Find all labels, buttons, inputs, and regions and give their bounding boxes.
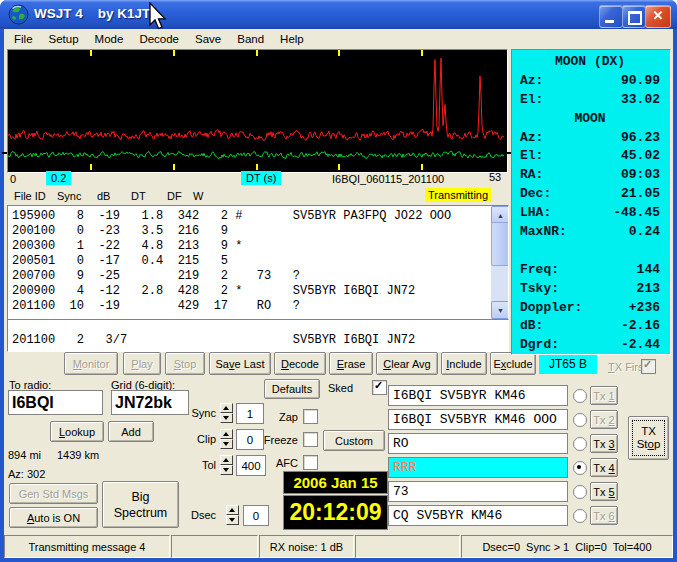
- decoded-row[interactable]: 200700 9 -25 219 2 73 ?: [12, 269, 491, 284]
- auto-button[interactable]: Auto is ON: [9, 507, 98, 528]
- sync-spinner[interactable]: [220, 403, 233, 423]
- sync-up-icon[interactable]: [220, 403, 233, 413]
- tx-first-checkbox[interactable]: [641, 359, 656, 374]
- to-radio-input[interactable]: [8, 390, 103, 415]
- maximize-button[interactable]: [622, 5, 646, 28]
- tx-select-radio[interactable]: [573, 437, 587, 451]
- tx-message-field[interactable]: RO: [388, 433, 568, 454]
- decoded-row[interactable]: 200501 0 -17 0.4 215 5: [12, 254, 491, 269]
- minimize-button[interactable]: [599, 5, 623, 28]
- moon-row-label: Dgrd:: [520, 335, 559, 354]
- distance-km: 1439 km: [57, 449, 99, 461]
- tx-row: CQ SV5BYR KM46 Tx 6: [388, 505, 670, 526]
- col-w: W: [193, 190, 203, 202]
- tx-select-radio[interactable]: [573, 509, 587, 523]
- moon-row-label: Doppler:: [520, 298, 582, 317]
- moon-row-label: El:: [520, 90, 543, 109]
- tx-message-field[interactable]: RRR: [388, 457, 568, 478]
- dsec-up-icon[interactable]: [226, 505, 239, 515]
- afc-label: AFC: [252, 457, 298, 469]
- menu-item[interactable]: Mode: [87, 31, 132, 47]
- tx-send-button[interactable]: Tx 1: [590, 386, 618, 405]
- window-title: WSJT 4 by K1JT: [34, 6, 150, 21]
- include-button[interactable]: Include: [441, 352, 487, 375]
- tx-message-field[interactable]: I6BQI SV5BYR KM46 OOO: [388, 409, 568, 430]
- tx-message-field[interactable]: CQ SV5BYR KM46: [388, 505, 568, 526]
- freeze-checkbox[interactable]: [303, 432, 318, 447]
- zap-checkbox[interactable]: [303, 409, 318, 424]
- tx-message-field[interactable]: 73: [388, 481, 568, 502]
- transmitting-badge: Transmitting: [425, 188, 491, 202]
- menu-item[interactable]: Band: [229, 31, 272, 47]
- azimuth-label: Az: 302: [8, 468, 45, 480]
- erase-button[interactable]: Erase: [329, 352, 373, 375]
- decode-button[interactable]: Decode: [274, 352, 326, 375]
- tx-stop-button[interactable]: TX Stop: [628, 416, 669, 460]
- add-button[interactable]: Add: [108, 421, 154, 442]
- tx-stop-line2: Stop: [637, 438, 661, 451]
- scroll-thumb[interactable]: [491, 222, 509, 266]
- close-button[interactable]: ✕: [645, 5, 671, 28]
- menu-item[interactable]: Save: [187, 31, 229, 47]
- moon-row-heading: [567, 222, 629, 241]
- tx-select-radio[interactable]: [573, 461, 587, 475]
- dsec-down-icon[interactable]: [226, 515, 239, 525]
- tx-send-button[interactable]: Tx 6: [590, 506, 618, 525]
- tol-down-icon[interactable]: [220, 465, 233, 475]
- moon-row-value: +236: [629, 298, 660, 317]
- moon-row-value: -2.16: [621, 316, 660, 335]
- decoded-messages-list: 195900 8 -19 1.8 342 2 # SV5BYR PA3FPQ J…: [7, 205, 509, 320]
- clear-avg-button[interactable]: Clear Avg: [376, 352, 438, 375]
- tx-send-button[interactable]: Tx 5: [590, 482, 618, 501]
- decoded-row[interactable]: 200900 4 -12 2.8 428 2 * SV5BYR I6BQI JN…: [12, 284, 491, 299]
- tx-select-radio[interactable]: [573, 413, 587, 427]
- left-baseline-tick: [2, 152, 7, 154]
- decoded-row[interactable]: 195900 8 -19 1.8 342 2 # SV5BYR PA3FPQ J…: [12, 209, 491, 224]
- tol-spinner[interactable]: [220, 455, 233, 475]
- tx-send-button[interactable]: Tx 4: [590, 458, 618, 477]
- tx-select-radio[interactable]: [573, 389, 587, 403]
- dsec-spinner[interactable]: [226, 505, 239, 525]
- tx-message-field[interactable]: I6BQI SV5BYR KM46: [388, 385, 568, 406]
- status-settings: Dsec=0 Sync > 1 Clip=0 Tol=400: [461, 535, 673, 558]
- spectrum-canvas[interactable]: [8, 50, 505, 170]
- decoded-row[interactable]: 200100 0 -23 3.5 216 9: [12, 224, 491, 239]
- sked-checkbox[interactable]: [372, 380, 387, 395]
- stop-button[interactable]: Stop: [165, 352, 205, 375]
- moon-row-label: Freq:: [520, 260, 559, 279]
- title-bar[interactable]: WSJT 4 by K1JT ✕: [0, 0, 677, 29]
- defaults-button[interactable]: Defaults: [264, 379, 320, 399]
- tx-select-radio[interactable]: [573, 485, 587, 499]
- gen-std-msgs-button[interactable]: Gen Std Msgs: [9, 483, 98, 504]
- sync-down-icon[interactable]: [220, 413, 233, 423]
- tol-up-icon[interactable]: [220, 455, 233, 465]
- clip-spinner[interactable]: [220, 429, 233, 449]
- dsec-value[interactable]: 0: [243, 505, 269, 526]
- menu-item[interactable]: File: [6, 31, 41, 47]
- tx-send-button[interactable]: Tx 2: [590, 410, 618, 429]
- clip-down-icon[interactable]: [220, 439, 233, 449]
- clip-up-icon[interactable]: [220, 429, 233, 439]
- moon-row: MaxNR: 0.24: [512, 222, 670, 241]
- exclude-button[interactable]: Exclude: [490, 352, 536, 375]
- monitor-button[interactable]: Monitor: [64, 352, 118, 375]
- lookup-button[interactable]: Lookup: [50, 421, 104, 442]
- tx-send-button[interactable]: Tx 3: [590, 434, 618, 453]
- mode-indicator: JT65 B: [539, 353, 597, 374]
- moon-row-label: MaxNR:: [520, 222, 567, 241]
- x-max-label: 53: [489, 171, 501, 183]
- save-last-button[interactable]: Save Last: [209, 352, 271, 375]
- play-button[interactable]: Play: [123, 352, 161, 375]
- menu-item[interactable]: Decode: [131, 31, 187, 47]
- moon-row-label: El:: [520, 146, 543, 165]
- afc-checkbox[interactable]: [303, 455, 318, 470]
- decoded-row[interactable]: 200300 1 -22 4.8 213 9 *: [12, 239, 491, 254]
- minimize-icon: [605, 20, 614, 23]
- custom-button[interactable]: Custom: [323, 430, 385, 451]
- scroll-down-button[interactable]: ▼: [491, 301, 509, 319]
- menu-item[interactable]: Help: [272, 31, 312, 47]
- moon-row-heading: [551, 184, 621, 203]
- menu-item[interactable]: Setup: [41, 31, 87, 47]
- decoded-row[interactable]: 201100 10 -19 429 17 RO ?: [12, 299, 491, 314]
- moon-row-value: 09:03: [621, 165, 660, 184]
